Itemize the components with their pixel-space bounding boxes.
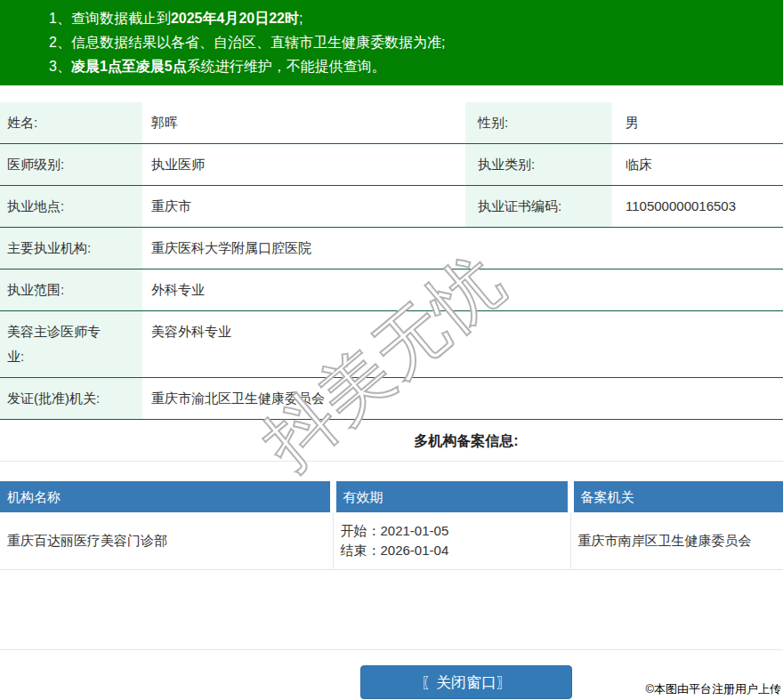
validity-header: 有效期 (333, 481, 570, 512)
table-row: 主要执业机构: 重庆医科大学附属口腔医院 (0, 228, 783, 270)
practice-place-label: 执业地点: (0, 186, 142, 228)
table-row: 医师级别: 执业医师 执业类别: 临床 (0, 144, 783, 186)
filing-authority-header: 备案机关 (570, 481, 783, 512)
name-label: 姓名: (0, 102, 142, 144)
license-number-label: 执业证书编码: (465, 186, 612, 228)
practice-scope-value: 外科专业 (142, 270, 783, 311)
org-name-header: 机构名称 (0, 481, 333, 512)
notice-num: 1、 (49, 11, 71, 26)
notice-text: ; (299, 11, 303, 26)
validity-end: 结束：2026-01-04 (341, 541, 563, 560)
validity-start: 开始：2021-01-05 (341, 521, 563, 541)
table-row: 执业地点: 重庆市 执业证书编码: 110500000016503 (0, 186, 783, 228)
practice-scope-label: 执业范围: (0, 270, 142, 311)
notice-text: 信息数据结果以各省、自治区、直辖市卫生健康委数据为准; (71, 35, 445, 50)
gender-label: 性别: (465, 102, 612, 144)
notice-text: 系统进行维护，不能提供查询。 (187, 59, 386, 74)
doctor-level-value: 执业医师 (142, 144, 465, 186)
table-row: 发证(批准)机关: 重庆市渝北区卫生健康委员会 (0, 378, 783, 420)
gender-value: 男 (612, 102, 783, 144)
notice-text: 查询数据截止到 (71, 11, 171, 26)
practitioner-info-table: 姓名: 郭晖 性别: 男 医师级别: 执业医师 执业类别: 临床 执业地点: 重… (0, 102, 783, 420)
notice-bold: 凌晨1点至凌晨5点 (71, 59, 187, 74)
notice-num: 2、 (49, 35, 71, 50)
table-row: 美容主诊医师专业: 美容外科专业 (0, 311, 783, 378)
practice-category-value: 临床 (612, 144, 783, 186)
cosmetic-specialty-label-text: 美容主诊医师专业: (7, 319, 112, 369)
section-divider (0, 461, 783, 462)
multi-org-section: 多机构备案信息: (0, 432, 783, 450)
table-row: 重庆百达丽医疗美容门诊部 开始：2021-01-05 结束：2026-01-04… (0, 512, 783, 570)
multi-org-table: 机构名称 有效期 备案机关 重庆百达丽医疗美容门诊部 开始：2021-01-05… (0, 481, 783, 570)
notice-banner: 1、查询数据截止到2025年4月20日22时; 2、信息数据结果以各省、自治区、… (0, 0, 783, 85)
name-value: 郭晖 (142, 102, 465, 144)
section-title: 多机构备案信息: (414, 433, 518, 448)
table-row: 姓名: 郭晖 性别: 男 (0, 102, 783, 144)
validity-cell: 开始：2021-01-05 结束：2026-01-04 (333, 512, 570, 570)
close-window-button[interactable]: 〖关闭窗口〗 (360, 665, 572, 699)
license-number-value: 110500000016503 (612, 186, 783, 228)
notice-line-1: 1、查询数据截止到2025年4月20日22时; (49, 6, 774, 30)
upload-attribution: ©本图由平台注册用户上传 (645, 681, 781, 697)
issuing-authority-label: 发证(批准)机关: (0, 378, 142, 420)
main-institution-label: 主要执业机构: (0, 228, 142, 270)
filing-authority-cell: 重庆市南岸区卫生健康委员会 (570, 512, 783, 570)
org-name-cell: 重庆百达丽医疗美容门诊部 (0, 512, 333, 570)
table-header-row: 机构名称 有效期 备案机关 (0, 481, 783, 512)
practice-category-label: 执业类别: (465, 144, 612, 186)
cosmetic-specialty-value: 美容外科专业 (142, 311, 783, 378)
cosmetic-specialty-label: 美容主诊医师专业: (0, 311, 142, 378)
main-institution-value: 重庆医科大学附属口腔医院 (142, 228, 783, 270)
footer-divider (0, 649, 783, 650)
notice-line-2: 2、信息数据结果以各省、自治区、直辖市卫生健康委数据为准; (49, 30, 774, 54)
table-row: 执业范围: 外科专业 (0, 270, 783, 311)
doctor-level-label: 医师级别: (0, 144, 142, 186)
notice-line-3: 3、凌晨1点至凌晨5点系统进行维护，不能提供查询。 (49, 54, 774, 78)
issuing-authority-value: 重庆市渝北区卫生健康委员会 (142, 378, 783, 420)
notice-num: 3、 (49, 59, 71, 74)
practice-place-value: 重庆市 (142, 186, 465, 228)
notice-bold: 2025年4月20日22时 (171, 11, 299, 26)
